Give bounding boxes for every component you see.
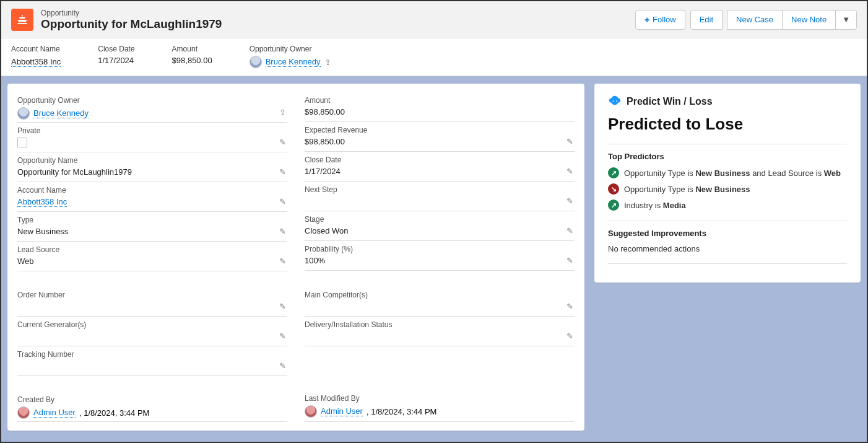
field-value: Closed Won — [305, 226, 575, 235]
owner-link[interactable]: Bruce Kennedy — [33, 108, 89, 118]
field-current-generator: Current Generator(s) ✎ — [17, 317, 287, 346]
avatar — [305, 405, 317, 418]
summary-account-name: Account Name Abbott358 Inc — [11, 45, 61, 68]
field-probability: Probability (%) 100% ✎ — [305, 241, 575, 271]
field-value: Web — [17, 257, 287, 266]
header-actions: + Follow Edit New Case New Note ▼ — [635, 10, 857, 30]
edit-icon[interactable]: ✎ — [279, 227, 286, 236]
edit-icon[interactable]: ✎ — [279, 257, 286, 266]
opportunity-icon — [11, 9, 33, 31]
entity-type: Opportunity — [41, 9, 635, 17]
detail-col-left: Opportunity Owner Bruce Kennedy ⇪ Privat… — [17, 92, 287, 422]
field-tracking-number: Tracking Number ✎ — [17, 346, 287, 376]
field-stage: Stage Closed Won ✎ — [305, 211, 575, 241]
summary-bar: Account Name Abbott358 Inc Close Date 1/… — [1, 38, 867, 76]
field-label: Expected Revenue — [305, 126, 575, 134]
account-link[interactable]: Abbott358 Inc — [17, 197, 67, 207]
private-checkbox — [17, 138, 27, 147]
divider — [608, 263, 847, 264]
follow-button[interactable]: + Follow — [635, 10, 685, 30]
spacer — [305, 271, 575, 287]
edit-icon[interactable]: ✎ — [279, 361, 286, 371]
edit-button[interactable]: Edit — [690, 10, 723, 30]
field-label: Main Competitor(s) — [305, 291, 575, 299]
arrow-down-icon: ↘ — [608, 183, 619, 195]
account-link[interactable]: Abbott358 Inc — [11, 57, 61, 67]
suggested-improvements-label: Suggested Improvements — [608, 229, 847, 238]
modified-date: , 1/8/2024, 3:44 PM — [367, 407, 436, 416]
avatar — [17, 107, 30, 120]
change-owner-icon[interactable]: ⇪ — [279, 108, 286, 117]
header-titles: Opportunity Opportunity for McLaughlin19… — [41, 9, 635, 31]
plus-icon: + — [644, 15, 649, 25]
edit-icon[interactable]: ✎ — [279, 331, 286, 341]
predictor-row: ↗ Industry is Media — [608, 200, 847, 211]
chevron-down-icon: ▼ — [842, 15, 850, 24]
summary-label: Amount — [172, 45, 212, 53]
spacer — [305, 346, 575, 390]
field-lead-source: Lead Source Web ✎ — [17, 242, 287, 271]
follow-label: Follow — [653, 15, 676, 24]
field-opportunity-name: Opportunity Name Opportunity for McLaugh… — [17, 152, 287, 182]
field-expected-revenue: Expected Revenue $98,850.00 ✎ — [305, 122, 575, 152]
field-label: Amount — [305, 96, 575, 105]
predict-verdict: Predicted to Lose — [608, 115, 847, 134]
edit-icon[interactable]: ✎ — [566, 226, 573, 235]
edit-icon[interactable]: ✎ — [279, 167, 286, 177]
divider — [608, 144, 847, 144]
new-case-button[interactable]: New Case — [727, 10, 783, 30]
field-next-step: Next Step ✎ — [305, 182, 575, 211]
summary-close-date: Close Date 1/17/2024 — [98, 45, 134, 68]
avatar — [250, 56, 262, 68]
field-label: Close Date — [305, 156, 575, 164]
predict-header: Predict Win / Loss — [608, 95, 847, 108]
new-note-button[interactable]: New Note — [782, 10, 836, 30]
divider — [608, 221, 847, 221]
field-created-by: Created By Admin User , 1/8/2024, 3:44 P… — [17, 392, 287, 422]
owner-link[interactable]: Bruce Kennedy — [266, 57, 321, 67]
sidebar: Predict Win / Loss Predicted to Lose Top… — [594, 84, 861, 435]
edit-icon[interactable]: ✎ — [279, 197, 286, 206]
edit-icon[interactable]: ✎ — [279, 138, 286, 147]
more-actions-button[interactable]: ▼ — [835, 10, 857, 30]
einstein-icon — [608, 95, 622, 108]
field-private: Private ✎ — [17, 123, 287, 152]
field-value: $98,850.00 — [305, 107, 575, 116]
field-order-number: Order Number ✎ — [17, 287, 287, 317]
field-owner: Opportunity Owner Bruce Kennedy ⇪ — [17, 92, 287, 123]
edit-icon[interactable]: ✎ — [566, 137, 573, 146]
edit-icon[interactable]: ✎ — [566, 196, 573, 206]
field-label: Opportunity Owner — [17, 96, 287, 105]
field-label: Private — [17, 126, 287, 135]
field-close-date: Close Date 1/17/2024 ✎ — [305, 152, 575, 182]
edit-icon[interactable]: ✎ — [566, 256, 573, 265]
field-amount: Amount $98,850.00 — [305, 92, 575, 122]
summary-owner: Opportunity Owner Bruce Kennedy ⇪ — [250, 45, 331, 68]
field-label: Stage — [305, 215, 575, 224]
predict-title: Predict Win / Loss — [627, 96, 713, 107]
user-link[interactable]: Admin User — [33, 408, 76, 418]
predictor-row: ↘ Opportunity Type is New Business — [608, 183, 847, 195]
predictor-text: Opportunity Type is New Business — [624, 185, 750, 194]
field-account-name: Account Name Abbott358 Inc ✎ — [17, 182, 287, 212]
field-label: Probability (%) — [305, 245, 575, 253]
page-title: Opportunity for McLaughlin1979 — [41, 17, 635, 31]
summary-label: Account Name — [11, 45, 61, 53]
field-label: Delivery/Installation Status — [305, 320, 575, 329]
summary-label: Opportunity Owner — [250, 45, 331, 53]
predict-card: Predict Win / Loss Predicted to Lose Top… — [594, 84, 861, 283]
spacer — [17, 376, 287, 392]
summary-amount: Amount $98,850.00 — [172, 45, 212, 68]
field-label: Account Name — [17, 186, 287, 195]
edit-icon[interactable]: ✎ — [566, 302, 573, 311]
change-owner-icon[interactable]: ⇪ — [324, 58, 331, 67]
arrow-up-icon: ↗ — [608, 200, 619, 211]
user-link[interactable]: Admin User — [321, 406, 363, 416]
field-main-competitor: Main Competitor(s) ✎ — [305, 287, 575, 317]
field-value: $98,850.00 — [305, 137, 575, 146]
field-value: 100% — [305, 256, 575, 265]
edit-icon[interactable]: ✎ — [566, 331, 573, 341]
edit-icon[interactable]: ✎ — [566, 167, 573, 176]
predictor-text: Industry is Media — [624, 201, 686, 210]
edit-icon[interactable]: ✎ — [279, 302, 286, 311]
